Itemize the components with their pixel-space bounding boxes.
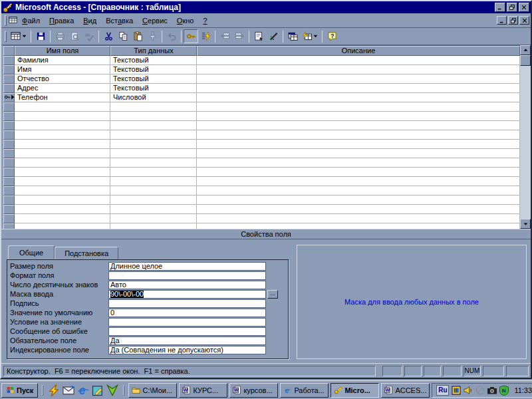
menu-item-Файл[interactable]: Файл [17, 15, 45, 26]
cell-description[interactable] [197, 186, 520, 196]
cell-data-type[interactable]: Числовой [110, 93, 197, 102]
quick-launch-mail-icon[interactable] [62, 384, 75, 397]
cell-description[interactable] [197, 84, 520, 93]
cell-field-name[interactable] [15, 102, 110, 112]
cell-field-name[interactable] [15, 140, 110, 149]
tray-dialup-icon[interactable] [475, 385, 485, 396]
tray-monitor-icon[interactable] [451, 385, 462, 396]
property-value-input[interactable]: 0 [108, 309, 266, 317]
row-selector[interactable] [3, 130, 15, 140]
cell-field-name[interactable] [15, 205, 110, 214]
toolbar-grip[interactable] [5, 31, 7, 42]
cell-data-type[interactable] [110, 168, 197, 177]
row-selector[interactable] [3, 112, 15, 121]
cell-description[interactable] [197, 205, 520, 214]
property-value-input[interactable]: 90\-00\-00 [108, 290, 266, 299]
cell-field-name[interactable] [15, 177, 110, 186]
toolbar-button-copy[interactable] [116, 29, 130, 43]
cell-data-type[interactable] [110, 140, 197, 149]
cell-data-type[interactable]: Текстовый [110, 74, 197, 84]
tab-Общие[interactable]: Общие [8, 245, 55, 259]
row-selector[interactable] [3, 177, 15, 186]
cell-description[interactable] [197, 130, 520, 140]
taskbar-grip-1[interactable] [42, 385, 43, 396]
tray-shield-icon[interactable]: N [499, 385, 509, 396]
builder-button[interactable]: ... [267, 290, 278, 299]
grid-corner-selector[interactable] [3, 46, 15, 56]
row-selector[interactable] [3, 121, 15, 130]
toolbar-button-paste[interactable] [130, 29, 145, 43]
menubar-grip[interactable] [5, 15, 7, 26]
row-selector[interactable] [3, 196, 15, 205]
property-value-input[interactable]: Да [108, 336, 266, 345]
menu-item-Вид[interactable]: Вид [78, 15, 101, 26]
toolbar-button-save[interactable] [33, 29, 48, 43]
cell-field-name[interactable] [15, 168, 110, 177]
property-value-input[interactable] [108, 299, 266, 308]
property-value-input[interactable] [108, 318, 266, 327]
restore-button[interactable] [507, 3, 517, 12]
taskbar-button-ACCES[interactable]: WACCES... [381, 383, 430, 398]
row-selector[interactable] [3, 149, 15, 158]
property-value-input[interactable] [108, 271, 266, 280]
cell-field-name[interactable]: Адрес [15, 84, 110, 93]
row-selector[interactable] [3, 158, 15, 168]
cell-field-name[interactable] [15, 149, 110, 158]
cell-description[interactable] [197, 158, 520, 168]
cell-data-type[interactable] [110, 112, 197, 121]
child-table-icon[interactable] [9, 16, 17, 25]
property-value-input[interactable]: Длинное целое [108, 262, 266, 271]
taskbar-grip-2[interactable] [123, 385, 124, 396]
row-selector[interactable] [3, 205, 15, 214]
cell-data-type[interactable] [110, 214, 197, 223]
quick-launch-winamp-lightning-icon[interactable] [47, 384, 61, 397]
cell-field-name[interactable] [15, 223, 110, 229]
taskbar-button-КУРС[interactable]: WКУРС... [179, 383, 227, 398]
cell-field-name[interactable] [15, 214, 110, 223]
close-button[interactable] [519, 3, 529, 12]
cell-field-name[interactable]: Имя [15, 65, 110, 74]
menu-item-Сервис[interactable]: Сервис [138, 15, 172, 26]
menu-item-Вставка[interactable]: Вставка [101, 15, 138, 26]
cell-field-name[interactable] [15, 186, 110, 196]
menu-item-Правка[interactable]: Правка [45, 15, 78, 26]
toolbar-button-database-window[interactable] [285, 29, 300, 43]
cell-data-type[interactable] [110, 121, 197, 130]
scrollbar-thumb[interactable] [520, 55, 531, 66]
toolbar-button-build[interactable] [266, 29, 281, 43]
cell-field-name[interactable]: Фамилия [15, 56, 110, 65]
cell-description[interactable] [197, 65, 520, 74]
property-value-input[interactable]: Авто [108, 281, 266, 289]
taskbar-button-Работа[interactable]: eРабота... [280, 383, 329, 398]
scrollbar-track[interactable] [520, 66, 531, 219]
cell-data-type[interactable] [110, 102, 197, 112]
row-selector[interactable] [3, 65, 15, 74]
row-selector[interactable] [3, 93, 15, 102]
toolbar-button-new-object[interactable] [300, 29, 320, 43]
scroll-up-button[interactable] [520, 45, 531, 55]
clock[interactable]: 11:33 [514, 386, 532, 394]
toolbar-button-properties[interactable] [251, 29, 266, 43]
cell-description[interactable] [197, 168, 520, 177]
property-value-input[interactable]: Да (Совпадения не допускаются) [108, 346, 266, 354]
toolbar-button-cut[interactable] [101, 29, 116, 43]
menu-item-Окно[interactable]: Окно [172, 15, 199, 26]
cell-description[interactable] [197, 223, 520, 229]
cell-data-type[interactable]: Текстовый [110, 65, 197, 74]
quick-launch-editor-icon[interactable] [91, 384, 104, 397]
cell-data-type[interactable] [110, 177, 197, 186]
cell-field-name[interactable] [15, 121, 110, 130]
quick-launch-ie-icon[interactable]: e [76, 384, 90, 397]
row-selector[interactable] [3, 56, 15, 65]
cell-data-type[interactable] [110, 205, 197, 214]
toolbar-button-help[interactable]: ? [325, 29, 339, 43]
toolbar-button-primary-key[interactable] [184, 29, 198, 43]
cell-field-name[interactable]: Отчество [15, 74, 110, 84]
cell-data-type[interactable] [110, 223, 197, 229]
cell-description[interactable] [197, 112, 520, 121]
start-button[interactable]: Пуск [1, 383, 38, 398]
row-selector[interactable] [3, 102, 15, 112]
cell-description[interactable] [197, 140, 520, 149]
row-selector[interactable] [3, 186, 15, 196]
row-selector[interactable] [3, 84, 15, 93]
